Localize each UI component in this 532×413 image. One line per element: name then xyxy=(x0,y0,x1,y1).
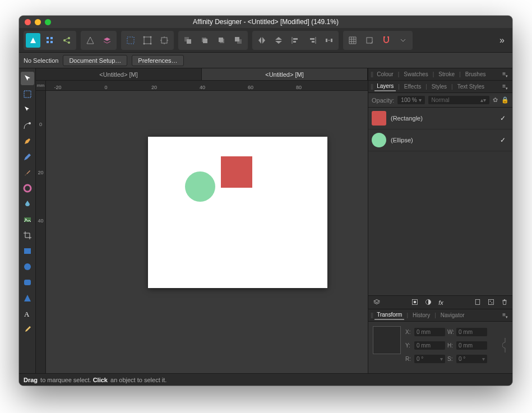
text-tool[interactable]: A xyxy=(21,307,34,321)
tab-styles[interactable]: Styles xyxy=(429,82,449,91)
transform-w-input[interactable]: 0 mm xyxy=(456,328,487,336)
app-window: Affinity Designer - <Untitled> [Modified… xyxy=(19,16,512,386)
triangle-tool[interactable] xyxy=(21,291,34,305)
tab-brushes[interactable]: Brushes xyxy=(463,70,488,78)
gear-icon[interactable]: ✿ xyxy=(493,96,498,104)
status-drag-word: Drag xyxy=(24,377,38,383)
svg-point-12 xyxy=(150,43,152,44)
adjustment-icon[interactable] xyxy=(424,299,433,307)
persona-pixel-icon[interactable] xyxy=(43,33,57,48)
panel-menu-icon[interactable]: ≡▾ xyxy=(500,312,510,319)
svg-point-10 xyxy=(150,36,152,38)
transform-x-input[interactable]: 0 mm xyxy=(414,328,445,336)
transform-anchor-widget[interactable] xyxy=(373,326,401,354)
tab-transform[interactable]: Transform xyxy=(374,310,404,320)
spacing-icon[interactable] xyxy=(322,33,336,48)
vertical-ruler: 0 20 40 xyxy=(36,91,46,373)
snap-target-icon[interactable] xyxy=(362,33,377,48)
opacity-value[interactable]: 100 % ▾ xyxy=(397,96,424,104)
eyedropper-tool[interactable] xyxy=(21,323,34,336)
transform-r-input[interactable]: 0 °▾ xyxy=(414,355,445,363)
document-tab-1[interactable]: <Untitled> [M] xyxy=(202,68,368,80)
layer-name: (Rectangle) xyxy=(391,115,423,122)
arrange-back-icon[interactable] xyxy=(181,33,195,48)
minimize-window-button[interactable] xyxy=(35,19,41,25)
layer-row-rectangle[interactable]: (Rectangle) ✓ xyxy=(368,108,512,129)
canvas[interactable]: mm -20 0 20 40 60 80 0 20 40 xyxy=(36,81,368,373)
place-image-tool[interactable] xyxy=(21,213,34,226)
align-left-icon[interactable] xyxy=(288,33,303,48)
tab-history[interactable]: History xyxy=(410,311,432,319)
layer-visibility-checkbox[interactable]: ✓ xyxy=(497,114,509,122)
grid-icon[interactable] xyxy=(345,33,360,48)
document-area: <Untitled> [M] <Untitled> [M] mm -20 0 2… xyxy=(36,68,368,373)
artboard-tool[interactable] xyxy=(21,87,34,101)
svg-rect-25 xyxy=(312,41,314,43)
layer-row-ellipse[interactable]: (Ellipse) ✓ xyxy=(368,129,512,151)
ruler-h-tick: 0 xyxy=(82,85,130,90)
mask-icon[interactable] xyxy=(410,299,419,307)
brush-tool[interactable] xyxy=(21,166,34,179)
move-tool[interactable] xyxy=(21,72,34,85)
align-right-icon[interactable] xyxy=(305,33,320,48)
transparency-tool[interactable] xyxy=(21,197,34,211)
close-window-button[interactable] xyxy=(25,19,31,25)
persona-designer-icon[interactable] xyxy=(26,33,40,48)
arrange-forward-icon[interactable] xyxy=(214,33,229,48)
crop-tool[interactable] xyxy=(21,229,34,242)
tab-layers[interactable]: Layers xyxy=(374,82,396,91)
ellipse-tool[interactable] xyxy=(21,260,34,273)
tab-colour[interactable]: Colour xyxy=(374,70,395,78)
panel-menu-icon[interactable]: ≡▾ xyxy=(500,71,510,78)
tab-effects[interactable]: Effects xyxy=(402,82,423,91)
transform-box-icon[interactable] xyxy=(157,33,172,48)
ellipse-shape[interactable] xyxy=(185,171,215,202)
lock-icon[interactable]: 🔒 xyxy=(501,96,509,104)
rectangle-shape[interactable] xyxy=(221,156,252,188)
layer-name: (Ellipse) xyxy=(391,137,413,143)
layers-stack-icon[interactable] xyxy=(100,33,114,48)
preferences-button[interactable]: Preferences… xyxy=(132,55,183,66)
transform-h-input[interactable]: 0 mm xyxy=(456,341,487,350)
arrange-front-icon[interactable] xyxy=(231,33,246,48)
toolbar-overflow-button[interactable]: » xyxy=(496,35,508,45)
transform-s-input[interactable]: 0 °▾ xyxy=(456,355,487,363)
rectangle-tool[interactable] xyxy=(21,244,34,258)
dashed-select-icon[interactable] xyxy=(123,33,138,48)
tab-navigator[interactable]: Navigator xyxy=(438,311,467,319)
layers-stack-icon[interactable] xyxy=(372,298,382,307)
insert-target-icon[interactable] xyxy=(83,33,98,48)
ruler-h-tick: 80 xyxy=(275,85,323,90)
svg-rect-24 xyxy=(310,38,314,40)
flip-h-icon[interactable] xyxy=(255,33,269,48)
panel-menu-icon[interactable]: ≡▾ xyxy=(500,83,510,91)
snapping-magnet-icon[interactable] xyxy=(379,33,394,48)
svg-rect-17 xyxy=(203,39,207,43)
add-pixel-layer-icon[interactable] xyxy=(487,299,496,307)
flip-v-icon[interactable] xyxy=(271,33,286,48)
fx-icon[interactable]: fx xyxy=(437,299,445,306)
snapping-dropdown-icon[interactable] xyxy=(396,33,410,48)
pencil-tool[interactable] xyxy=(21,150,34,164)
fill-tool[interactable] xyxy=(21,182,34,195)
persona-export-icon[interactable] xyxy=(59,33,74,48)
document-tab-0[interactable]: <Untitled> [M] xyxy=(36,68,202,80)
arrange-backward-icon[interactable] xyxy=(197,33,212,48)
node-tool[interactable] xyxy=(21,103,34,117)
tab-swatches[interactable]: Swatches xyxy=(401,70,430,78)
blend-mode-select[interactable]: Normal▴▾ xyxy=(428,96,490,104)
link-dimensions-icon[interactable] xyxy=(502,326,508,364)
rounded-rect-tool[interactable] xyxy=(21,276,34,289)
artboard[interactable] xyxy=(148,137,327,288)
add-layer-icon[interactable] xyxy=(473,299,482,307)
transform-y-input[interactable]: 0 mm xyxy=(414,341,445,350)
corner-tool[interactable] xyxy=(21,119,34,132)
boundary-icon[interactable] xyxy=(140,33,155,48)
pen-tool[interactable] xyxy=(21,134,34,148)
document-setup-button[interactable]: Document Setup… xyxy=(63,55,127,66)
delete-layer-icon[interactable] xyxy=(500,299,509,307)
layer-visibility-checkbox[interactable]: ✓ xyxy=(497,136,509,144)
tab-stroke[interactable]: Stroke xyxy=(436,70,457,78)
tab-text-styles[interactable]: Text Styles xyxy=(455,82,487,91)
zoom-window-button[interactable] xyxy=(45,19,51,25)
